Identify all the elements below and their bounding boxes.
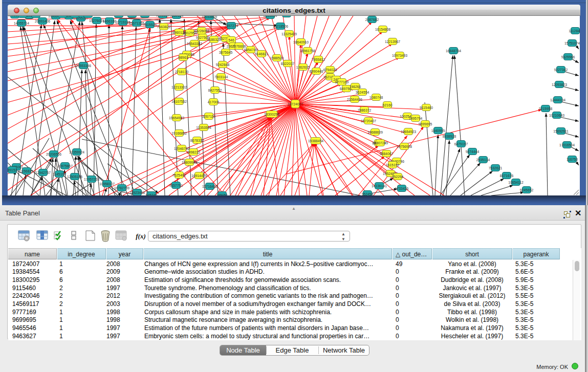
svg-text:9115460: 9115460 xyxy=(420,106,433,110)
svg-text:16961758: 16961758 xyxy=(300,49,315,53)
svg-text:17046746: 17046746 xyxy=(174,147,189,150)
svg-text:11353594: 11353594 xyxy=(196,126,211,129)
svg-text:19388454: 19388454 xyxy=(308,139,323,143)
svg-text:1588520: 1588520 xyxy=(270,56,284,60)
svg-text:39153: 39153 xyxy=(8,168,17,172)
svg-text:252254: 252254 xyxy=(392,175,404,179)
svg-text:1112841: 1112841 xyxy=(569,29,580,33)
svg-text:9657791: 9657791 xyxy=(169,184,183,187)
svg-text:1080748: 1080748 xyxy=(369,96,383,99)
svg-text:9884067: 9884067 xyxy=(380,152,394,156)
svg-text:19654933: 19654933 xyxy=(169,116,184,120)
svg-text:1495794: 1495794 xyxy=(409,117,423,120)
svg-text:12923446: 12923446 xyxy=(129,191,145,194)
svg-text:8938928: 8938928 xyxy=(443,135,456,138)
svg-text:8471676: 8471676 xyxy=(500,174,514,178)
svg-text:3267110: 3267110 xyxy=(202,115,215,118)
svg-text:43226058: 43226058 xyxy=(194,29,209,33)
svg-text:1733426: 1733426 xyxy=(395,187,409,190)
svg-text:7663822: 7663822 xyxy=(157,25,171,29)
svg-text:15720407: 15720407 xyxy=(361,119,376,123)
svg-text:19166852: 19166852 xyxy=(171,132,187,135)
svg-text:12444194: 12444194 xyxy=(550,98,565,102)
svg-text:16033809: 16033809 xyxy=(202,16,217,18)
svg-text:6479197: 6479197 xyxy=(454,142,468,146)
svg-text:19654923: 19654923 xyxy=(401,130,416,134)
svg-text:10210643: 10210643 xyxy=(549,114,564,117)
svg-text:98961: 98961 xyxy=(179,56,188,59)
svg-text:20553346: 20553346 xyxy=(76,64,91,68)
svg-text:9245652: 9245652 xyxy=(520,188,534,192)
svg-text:14055714: 14055714 xyxy=(14,21,29,25)
svg-text:10719185: 10719185 xyxy=(115,20,130,24)
svg-text:1362615: 1362615 xyxy=(296,65,310,69)
svg-text:18724007: 18724007 xyxy=(288,102,303,106)
svg-text:16154808: 16154808 xyxy=(375,28,390,31)
svg-text:15809948: 15809948 xyxy=(182,161,197,164)
svg-text:12213302: 12213302 xyxy=(171,85,187,89)
svg-text:15716485: 15716485 xyxy=(202,185,217,188)
svg-text:1603380: 1603380 xyxy=(156,16,170,17)
svg-text:8990448: 8990448 xyxy=(310,70,323,73)
svg-text:3624554: 3624554 xyxy=(356,91,369,94)
svg-text:16782759: 16782759 xyxy=(114,186,129,190)
svg-text:7803144: 7803144 xyxy=(214,75,228,79)
svg-text:10958107: 10958107 xyxy=(99,182,115,186)
svg-text:13218506: 13218506 xyxy=(273,25,288,28)
svg-text:15276021: 15276021 xyxy=(89,19,104,23)
svg-text:8678332: 8678332 xyxy=(190,139,204,142)
svg-text:20206556: 20206556 xyxy=(46,152,61,156)
svg-text:16914479: 16914479 xyxy=(191,174,207,178)
svg-text:116753: 116753 xyxy=(567,158,578,161)
svg-text:16543382: 16543382 xyxy=(187,42,202,46)
svg-text:62160: 62160 xyxy=(383,103,393,107)
svg-text:20975867: 20975867 xyxy=(57,164,73,168)
svg-text:15751074: 15751074 xyxy=(564,41,580,45)
svg-text:417006: 417006 xyxy=(208,100,220,104)
svg-text:18807249: 18807249 xyxy=(373,141,388,145)
svg-text:18300295: 18300295 xyxy=(264,113,279,116)
svg-text:1615152: 1615152 xyxy=(386,163,400,167)
svg-text:7625402: 7625402 xyxy=(172,173,186,177)
svg-text:15692911: 15692911 xyxy=(553,129,569,133)
svg-text:7886372: 7886372 xyxy=(358,108,372,112)
svg-text:2935134: 2935134 xyxy=(476,158,490,162)
svg-text:14136141: 14136141 xyxy=(372,184,387,188)
svg-text:9146821: 9146821 xyxy=(255,52,269,56)
svg-text:2087682: 2087682 xyxy=(365,18,379,21)
svg-text:17016504: 17016504 xyxy=(559,143,575,147)
svg-text:21564436: 21564436 xyxy=(347,98,362,101)
svg-text:952454: 952454 xyxy=(362,192,374,196)
svg-text:6794028: 6794028 xyxy=(323,68,337,72)
svg-text:10688609: 10688609 xyxy=(367,130,383,134)
svg-text:6466160: 6466160 xyxy=(103,19,117,23)
svg-text:9060124: 9060124 xyxy=(170,16,184,17)
svg-text:9474444: 9474444 xyxy=(466,150,480,154)
svg-text:20691406: 20691406 xyxy=(35,19,50,23)
svg-text:7857274: 7857274 xyxy=(225,24,238,28)
svg-text:1145194: 1145194 xyxy=(53,172,66,176)
svg-text:3875645: 3875645 xyxy=(219,51,233,54)
svg-text:165051: 165051 xyxy=(216,193,228,196)
svg-text:3215958: 3215958 xyxy=(539,107,553,111)
svg-text:2718170: 2718170 xyxy=(175,70,189,74)
svg-text:9227342: 9227342 xyxy=(554,68,568,72)
svg-text:9699695: 9699695 xyxy=(419,122,432,126)
svg-text:10654112: 10654112 xyxy=(508,181,524,184)
svg-text:12942757: 12942757 xyxy=(35,171,51,174)
svg-text:17957253: 17957253 xyxy=(84,178,99,181)
svg-text:17359924: 17359924 xyxy=(69,150,84,154)
svg-text:2876608: 2876608 xyxy=(232,45,246,48)
svg-text:9329966: 9329966 xyxy=(561,55,575,59)
svg-text:16671355: 16671355 xyxy=(129,21,144,25)
svg-text:13325419: 13325419 xyxy=(281,32,297,36)
svg-text:8813054: 8813054 xyxy=(264,16,277,17)
svg-text:16848784: 16848784 xyxy=(446,49,461,53)
svg-text:9777169: 9777169 xyxy=(335,80,349,84)
svg-text:746266: 746266 xyxy=(350,85,361,89)
svg-text:12505185: 12505185 xyxy=(67,175,82,179)
svg-text:12213967: 12213967 xyxy=(385,40,400,43)
svg-text:19756928: 19756928 xyxy=(397,145,412,148)
svg-text:8454749: 8454749 xyxy=(244,48,258,52)
svg-text:12093823: 12093823 xyxy=(552,83,567,86)
